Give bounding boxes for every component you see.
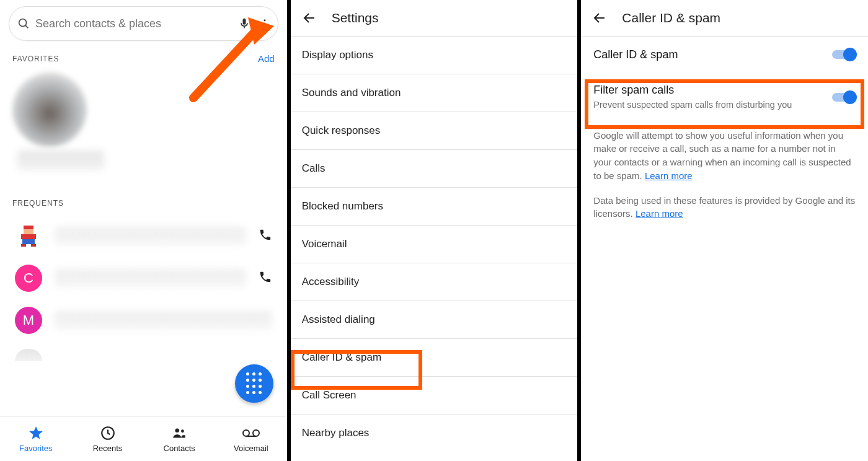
svg-point-9 <box>181 429 184 432</box>
avatar <box>15 349 42 361</box>
microphone-icon[interactable] <box>238 16 250 31</box>
settings-header: Settings <box>291 0 578 36</box>
svg-point-10 <box>243 430 249 436</box>
filter-spam-toggle-row[interactable]: Filter spam calls Prevent suspected spam… <box>581 72 868 123</box>
back-arrow-icon <box>302 11 317 25</box>
back-button[interactable] <box>302 11 317 25</box>
bottom-nav: Favorites Recents Contacts Voicemail <box>0 416 287 461</box>
info-text: Google will attempt to show you useful i… <box>581 123 868 188</box>
info-text: Data being used in these features is pro… <box>581 188 868 226</box>
settings-item-blocked-numbers[interactable]: Blocked numbers <box>291 188 578 226</box>
tab-recents[interactable]: Recents <box>72 417 144 461</box>
settings-list: Display options Sounds and vibration Qui… <box>291 36 578 452</box>
list-item[interactable] <box>0 341 287 361</box>
phone-app-panel: FAVORITES Add FREQUENTS C <box>0 0 287 461</box>
toggle-subtitle: Prevent suspected spam calls from distur… <box>593 99 825 112</box>
voicemail-icon <box>241 425 261 441</box>
more-options-icon[interactable] <box>259 17 270 30</box>
settings-item-calls[interactable]: Calls <box>291 150 578 188</box>
favorites-label: FAVORITES <box>12 55 59 63</box>
back-arrow-icon <box>592 11 607 25</box>
settings-item-sounds-vibration[interactable]: Sounds and vibration <box>291 74 578 112</box>
settings-title: Settings <box>332 11 379 25</box>
phone-icon[interactable] <box>259 228 272 244</box>
settings-item-call-screen[interactable]: Call Screen <box>291 377 578 415</box>
learn-more-link[interactable]: Learn more <box>636 208 683 219</box>
tab-label: Voicemail <box>234 444 268 453</box>
list-item[interactable]: C <box>0 257 287 299</box>
learn-more-link[interactable]: Learn more <box>645 170 693 181</box>
contact-name-blurred <box>55 311 272 330</box>
favorites-add-link[interactable]: Add <box>258 53 275 64</box>
settings-panel: Settings Display options Sounds and vibr… <box>291 0 578 461</box>
clock-icon <box>100 425 116 441</box>
contact-name-blurred <box>55 269 246 288</box>
frequents-label: FREQUENTS <box>12 199 64 208</box>
search-bar[interactable] <box>9 6 278 41</box>
svg-point-2 <box>264 19 265 21</box>
tab-favorites[interactable]: Favorites <box>0 417 72 461</box>
svg-point-4 <box>264 26 265 28</box>
svg-point-8 <box>175 428 180 432</box>
favorites-header: FAVORITES Add <box>0 46 287 69</box>
list-item[interactable]: M <box>0 299 287 341</box>
caller-id-header: Caller ID & spam <box>581 0 868 36</box>
dialpad-fab[interactable] <box>235 364 273 403</box>
caller-id-panel: Caller ID & spam Caller ID & spam Filter… <box>581 0 868 461</box>
svg-point-3 <box>264 23 265 25</box>
contact-name-blurred <box>17 151 104 170</box>
tab-label: Contacts <box>164 444 195 453</box>
tab-voicemail[interactable]: Voicemail <box>215 417 287 461</box>
avatar: C <box>15 265 42 292</box>
search-icon <box>17 17 30 30</box>
phone-icon[interactable] <box>259 270 272 286</box>
back-button[interactable] <box>592 11 607 25</box>
svg-line-1 <box>25 25 28 28</box>
favorite-contact[interactable] <box>0 69 287 151</box>
toggle-switch[interactable] <box>832 90 856 104</box>
caller-id-spam-toggle-row[interactable]: Caller ID & spam <box>581 37 868 72</box>
settings-item-display-options[interactable]: Display options <box>291 37 578 74</box>
contact-name-blurred <box>55 227 246 245</box>
star-icon <box>28 425 44 441</box>
avatar-blurred <box>12 72 87 147</box>
search-input[interactable] <box>30 17 238 30</box>
caller-id-title: Caller ID & spam <box>622 11 720 25</box>
settings-item-voicemail[interactable]: Voicemail <box>291 226 578 263</box>
list-item[interactable] <box>0 215 287 257</box>
svg-point-11 <box>253 430 259 436</box>
settings-item-quick-responses[interactable]: Quick responses <box>291 112 578 150</box>
settings-item-caller-id-spam[interactable]: Caller ID & spam <box>291 339 578 377</box>
settings-item-accessibility[interactable]: Accessibility <box>291 263 578 301</box>
avatar: M <box>15 307 42 334</box>
people-icon <box>170 425 188 441</box>
avatar <box>15 222 42 250</box>
toggle-title: Filter spam calls <box>593 84 825 97</box>
frequents-header: FREQUENTS <box>0 174 287 213</box>
tab-contacts[interactable]: Contacts <box>143 417 215 461</box>
settings-item-nearby-places[interactable]: Nearby places <box>291 415 578 452</box>
frequents-list: C M <box>0 213 287 364</box>
toggle-switch[interactable] <box>832 48 856 61</box>
tab-label: Favorites <box>19 444 52 453</box>
tab-label: Recents <box>93 444 123 453</box>
dialpad-icon <box>246 372 262 395</box>
toggle-title: Caller ID & spam <box>593 48 825 61</box>
settings-item-assisted-dialing[interactable]: Assisted dialing <box>291 301 578 339</box>
svg-point-0 <box>19 19 27 27</box>
